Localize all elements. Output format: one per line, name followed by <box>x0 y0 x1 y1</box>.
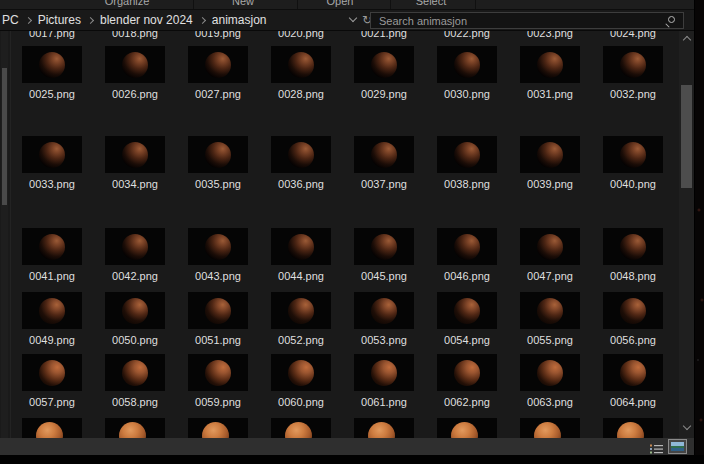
file-item[interactable]: 0033.png <box>22 136 82 194</box>
file-name: 0036.png <box>259 178 343 190</box>
address-bar: PC Pictures blender nov 2024 animasjon ↻ <box>0 10 694 31</box>
ribbon-group-open[interactable]: Open <box>327 0 354 7</box>
file-item[interactable] <box>520 418 580 438</box>
file-item[interactable]: 0050.png <box>105 292 165 350</box>
file-item[interactable]: 0044.png <box>271 228 331 286</box>
chevron-right-icon[interactable] <box>199 16 206 23</box>
file-item[interactable]: 0040.png <box>603 136 663 194</box>
file-item[interactable]: 0037.png <box>354 136 414 194</box>
file-item[interactable]: 0054.png <box>437 292 497 350</box>
ribbon-group-new[interactable]: New <box>232 0 254 7</box>
file-item[interactable]: 0025.png <box>22 46 82 104</box>
file-item[interactable] <box>354 418 414 438</box>
file-thumbnail <box>188 418 248 438</box>
file-item[interactable]: 0035.png <box>188 136 248 194</box>
file-name: 0041.png <box>10 270 94 282</box>
file-item[interactable]: 0032.png <box>603 46 663 104</box>
file-item[interactable]: 0062.png <box>437 354 497 412</box>
breadcrumb-item-blender-nov-2024[interactable]: blender nov 2024 <box>100 13 193 27</box>
file-item[interactable]: 0061.png <box>354 354 414 412</box>
planet-thumbnail-image <box>39 142 65 168</box>
chevron-right-icon[interactable] <box>25 16 32 23</box>
ribbon-strip: Organize New Open Select <box>0 0 694 10</box>
file-item[interactable]: 0047.png <box>520 228 580 286</box>
file-item[interactable]: 0031.png <box>520 46 580 104</box>
file-item[interactable]: 0056.png <box>603 292 663 350</box>
ribbon-group-select[interactable]: Select <box>416 0 447 7</box>
file-item[interactable]: 0023.png <box>520 31 580 43</box>
file-item[interactable]: 0051.png <box>188 292 248 350</box>
file-item[interactable]: 0030.png <box>437 46 497 104</box>
file-item[interactable]: 0017.png <box>22 31 82 43</box>
file-item[interactable]: 0026.png <box>105 46 165 104</box>
nav-pane-scrollbar-thumb[interactable] <box>2 68 7 205</box>
file-item[interactable]: 0041.png <box>22 228 82 286</box>
planet-thumbnail-image <box>202 422 229 438</box>
scrollbar-thumb[interactable] <box>681 85 692 188</box>
file-item[interactable]: 0045.png <box>354 228 414 286</box>
file-thumbnail <box>603 228 663 265</box>
file-item[interactable]: 0020.png <box>271 31 331 43</box>
file-item[interactable]: 0036.png <box>271 136 331 194</box>
file-item[interactable]: 0060.png <box>271 354 331 412</box>
planet-thumbnail-image <box>371 52 397 78</box>
file-item[interactable]: 0038.png <box>437 136 497 194</box>
file-item[interactable]: 0024.png <box>603 31 663 43</box>
file-item[interactable]: 0021.png <box>354 31 414 43</box>
file-item[interactable]: 0022.png <box>437 31 497 43</box>
breadcrumb-item-pc[interactable]: PC <box>2 13 19 27</box>
breadcrumb-item-pictures[interactable]: Pictures <box>38 13 81 27</box>
file-thumbnail <box>188 354 248 391</box>
file-item[interactable]: 0028.png <box>271 46 331 104</box>
file-name: 0019.png <box>176 31 260 39</box>
thumbnails-view-icon <box>671 442 684 451</box>
file-item[interactable]: 0027.png <box>188 46 248 104</box>
chevron-right-icon[interactable] <box>87 16 94 23</box>
file-name: 0040.png <box>591 178 675 190</box>
breadcrumb-item-animasjon[interactable]: animasjon <box>212 13 267 27</box>
file-item[interactable]: 0059.png <box>188 354 248 412</box>
file-item[interactable]: 0048.png <box>603 228 663 286</box>
file-thumbnail <box>520 354 580 391</box>
file-name: 0030.png <box>425 88 509 100</box>
search-input[interactable] <box>371 13 683 28</box>
file-item[interactable] <box>105 418 165 438</box>
file-item[interactable]: 0058.png <box>105 354 165 412</box>
file-item[interactable]: 0019.png <box>188 31 248 43</box>
file-item[interactable]: 0064.png <box>603 354 663 412</box>
file-name: 0024.png <box>591 31 675 39</box>
file-item[interactable]: 0034.png <box>105 136 165 194</box>
file-item[interactable]: 0055.png <box>520 292 580 350</box>
file-item[interactable] <box>188 418 248 438</box>
file-thumbnail <box>271 228 331 265</box>
large-thumbnails-view-button[interactable] <box>668 439 687 454</box>
file-thumbnail <box>271 136 331 173</box>
planet-thumbnail-image <box>371 142 397 168</box>
file-item[interactable]: 0052.png <box>271 292 331 350</box>
search-icon[interactable] <box>665 16 675 26</box>
file-item[interactable] <box>603 418 663 438</box>
file-item[interactable] <box>271 418 331 438</box>
file-item[interactable]: 0043.png <box>188 228 248 286</box>
file-thumbnail <box>437 228 497 265</box>
details-view-button[interactable] <box>650 441 664 452</box>
file-item[interactable]: 0053.png <box>354 292 414 350</box>
file-item[interactable]: 0029.png <box>354 46 414 104</box>
file-item[interactable]: 0057.png <box>22 354 82 412</box>
file-item[interactable]: 0063.png <box>520 354 580 412</box>
file-item[interactable]: 0049.png <box>22 292 82 350</box>
file-item[interactable]: 0018.png <box>105 31 165 43</box>
file-item[interactable]: 0046.png <box>437 228 497 286</box>
planet-thumbnail-image <box>39 360 65 386</box>
file-item[interactable] <box>22 418 82 438</box>
file-name: 0059.png <box>176 396 260 408</box>
file-item[interactable]: 0042.png <box>105 228 165 286</box>
file-item[interactable]: 0039.png <box>520 136 580 194</box>
file-thumbnail <box>603 418 663 438</box>
planet-thumbnail-image <box>119 422 146 438</box>
address-dropdown-chevron-down-icon[interactable] <box>349 14 357 22</box>
file-explorer-window: Organize New Open Select PC Pictures ble… <box>0 0 704 464</box>
file-item[interactable] <box>437 418 497 438</box>
ribbon-group-organize[interactable]: Organize <box>105 0 150 7</box>
file-thumbnail <box>437 292 497 329</box>
